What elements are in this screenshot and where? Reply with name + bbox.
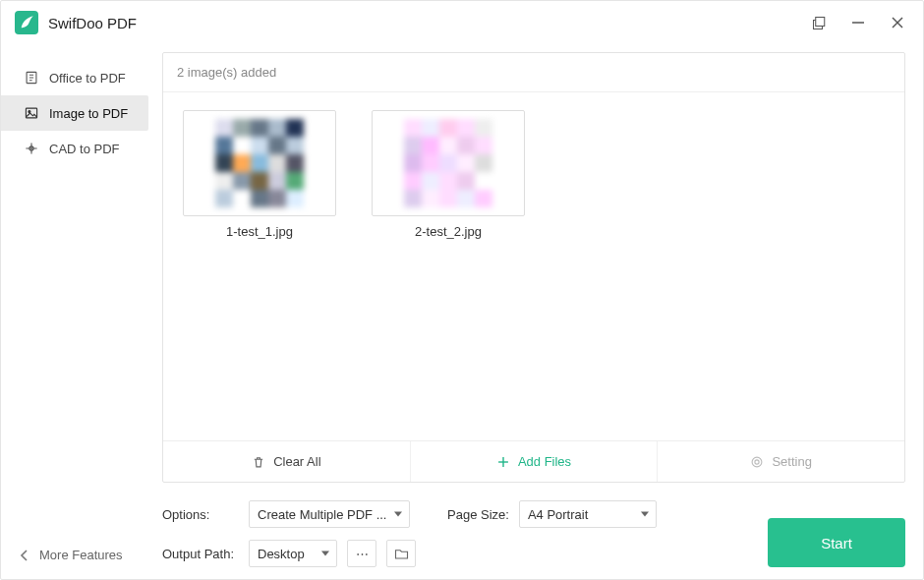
sidebar-item-office[interactable]: Office to PDF	[1, 60, 158, 95]
plus-icon	[496, 455, 510, 469]
panel-status: 2 image(s) added	[163, 53, 904, 92]
app-logo	[15, 11, 38, 34]
setting-button[interactable]: Setting	[658, 441, 904, 482]
options-label: Options:	[162, 507, 239, 522]
clear-all-button[interactable]: Clear All	[163, 441, 411, 482]
svg-rect-5	[26, 108, 36, 118]
titlebar: SwifDoo PDF	[1, 1, 923, 44]
file-thumb[interactable]: 1-test_1.jpg	[183, 110, 336, 239]
sidebar-item-label: Office to PDF	[49, 71, 126, 86]
open-folder-button[interactable]	[386, 540, 416, 567]
sidebar-item-label: Image to PDF	[49, 106, 128, 121]
output-label: Output Path:	[162, 547, 239, 561]
cad-icon	[25, 142, 39, 155]
gear-icon	[750, 455, 764, 469]
sidebar-item-label: CAD to PDF	[49, 142, 120, 156]
sidebar: Office to PDF Image to PDF CAD to PDF	[1, 44, 158, 580]
svg-point-11	[753, 457, 763, 467]
more-features-label: More Features	[39, 548, 123, 562]
sidebar-item-cad[interactable]: CAD to PDF	[1, 131, 158, 166]
trash-icon	[252, 455, 265, 469]
more-features-link[interactable]: More Features	[20, 548, 123, 562]
restore-icon[interactable]	[799, 4, 838, 41]
output-select[interactable]: Desktop	[249, 540, 337, 567]
office-icon	[25, 71, 39, 85]
start-button[interactable]: Start	[768, 518, 905, 567]
image-icon	[25, 106, 39, 120]
feather-icon	[19, 15, 34, 30]
file-thumb[interactable]: 2-test_2.jpg	[372, 110, 525, 239]
add-label: Add Files	[518, 454, 571, 469]
options-select[interactable]: Create Multiple PDF ...	[249, 500, 410, 528]
setting-label: Setting	[772, 454, 811, 469]
thumbnail-area: 1-test_1.jpg 2-test_2.jpg	[163, 92, 904, 440]
svg-point-10	[755, 459, 759, 463]
sidebar-item-image[interactable]: Image to PDF	[1, 95, 148, 131]
pagesize-select[interactable]: A4 Portrait	[519, 500, 657, 528]
thumb-preview	[183, 110, 336, 216]
panel-footer: Clear All Add Files Setting	[163, 440, 904, 482]
chevron-left-icon	[20, 550, 29, 561]
clear-label: Clear All	[273, 454, 320, 469]
folder-icon	[394, 548, 409, 560]
svg-rect-0	[815, 17, 824, 26]
close-icon[interactable]	[878, 4, 917, 41]
thumb-preview	[372, 110, 525, 216]
app-title: SwifDoo PDF	[48, 15, 799, 31]
more-path-button[interactable]: ⋯	[347, 540, 376, 567]
pagesize-label: Page Size:	[447, 507, 509, 522]
minimize-icon[interactable]	[838, 4, 878, 41]
window-controls	[799, 4, 917, 41]
add-files-button[interactable]: Add Files	[411, 441, 659, 482]
thumb-filename: 2-test_2.jpg	[415, 224, 482, 239]
file-panel: 2 image(s) added 1-test_1.jpg 2-test_2.j…	[162, 52, 905, 483]
thumb-filename: 1-test_1.jpg	[226, 224, 293, 239]
